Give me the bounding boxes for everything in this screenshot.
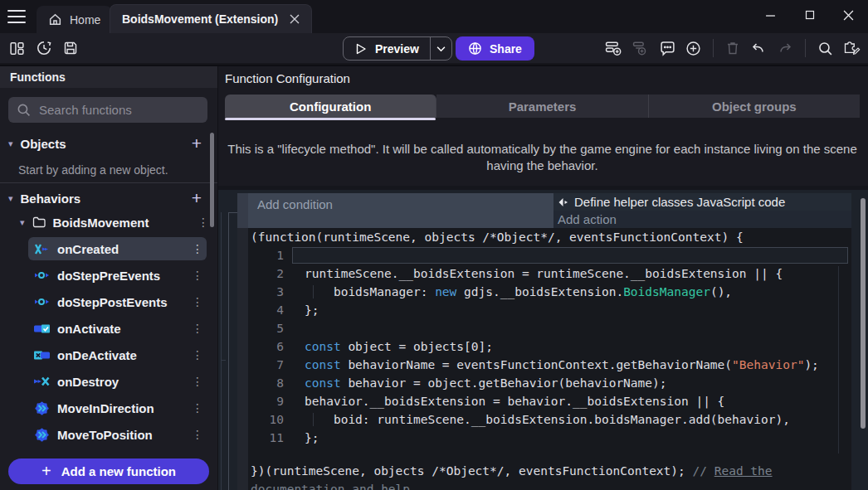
sidebar-scrollbar[interactable] xyxy=(210,133,214,227)
code-line: 1 xyxy=(248,246,851,264)
functions-sidebar: Functions Search functions ▾ Objects + S… xyxy=(0,66,217,490)
event-drag-handle[interactable] xyxy=(237,193,248,228)
function-item-ondestroy[interactable]: onDestroy⋮ xyxy=(28,370,207,393)
project-manager-icon[interactable] xyxy=(9,41,25,56)
line-number: 4 xyxy=(248,301,284,319)
function-item-ondeactivate[interactable]: onDeActivate⋮ xyxy=(28,343,207,366)
minimize-button[interactable] xyxy=(751,0,790,30)
close-window-button[interactable] xyxy=(829,0,868,30)
kebab-menu-icon[interactable]: ⋮ xyxy=(192,295,202,308)
preview-dropdown-button[interactable] xyxy=(430,37,451,60)
code-edit-boundary xyxy=(838,266,839,454)
kebab-menu-icon[interactable]: ⋮ xyxy=(192,428,202,441)
play-icon xyxy=(354,42,368,56)
content: Functions Search functions ▾ Objects + S… xyxy=(0,65,868,490)
app-window: Home BoidsMovement (Extension) Preview xyxy=(0,0,868,490)
tab-configuration[interactable]: Configuration xyxy=(225,95,436,118)
add-subevent-icon[interactable] xyxy=(632,41,650,56)
code-line: 4}; xyxy=(248,301,851,319)
js-event-title: Define helper classes JavaScript code xyxy=(574,195,785,209)
function-item-movetoposition[interactable]: MoveToPosition⋮ xyxy=(28,423,207,446)
line-number: 1 xyxy=(248,246,284,264)
line-number: 6 xyxy=(248,337,284,356)
on-created-icon xyxy=(33,242,50,255)
selected-code-line[interactable] xyxy=(292,247,848,264)
function-label: onDeActivate xyxy=(57,348,184,362)
delete-icon[interactable] xyxy=(725,41,740,56)
event-indent-guide xyxy=(228,212,229,490)
function-label: MoveInDirection xyxy=(57,401,184,415)
plus-icon: + xyxy=(41,462,51,481)
search-events-icon[interactable] xyxy=(817,41,833,56)
kebab-menu-icon[interactable]: ⋮ xyxy=(192,269,202,282)
kebab-menu-icon[interactable]: ⋮ xyxy=(192,242,202,255)
line-number: 3 xyxy=(248,283,284,301)
js-event-title-row[interactable]: Define helper classes JavaScript code xyxy=(553,193,851,211)
function-item-oncreated[interactable]: onCreated⋮ xyxy=(28,237,207,260)
step-events-icon xyxy=(33,269,50,282)
js-code-editor[interactable]: (function(runtimeScene, objects /*Object… xyxy=(248,228,851,490)
tab-boidsmovement[interactable]: BoidsMovement (Extension) xyxy=(110,4,312,33)
home-tab-label: Home xyxy=(70,13,100,27)
lifecycle-description: This is a "lifecycle method". It will be… xyxy=(225,141,860,174)
event-drag-handle[interactable] xyxy=(237,228,248,490)
function-label: MoveToPosition xyxy=(57,428,184,442)
function-label: doStepPreEvents xyxy=(57,269,184,283)
tab-object-groups[interactable]: Object groups xyxy=(649,95,860,118)
function-item-dosteppostevents[interactable]: doStepPostEvents⋮ xyxy=(28,290,207,313)
add-circle-icon[interactable] xyxy=(685,41,701,56)
line-number: 10 xyxy=(248,410,284,429)
kebab-menu-icon[interactable]: ⋮ xyxy=(192,348,202,361)
save-icon[interactable] xyxy=(63,41,78,56)
code-line: 2runtimeScene.__boidsExtension = runtime… xyxy=(248,264,851,283)
preview-button[interactable]: Preview xyxy=(344,37,430,60)
edit-extension-icon[interactable] xyxy=(843,40,861,56)
function-item-onactivate[interactable]: onActivate⋮ xyxy=(28,317,207,340)
history-icon[interactable] xyxy=(36,40,52,56)
kebab-menu-icon[interactable]: ⋮ xyxy=(192,375,202,388)
kebab-menu-icon[interactable]: ⋮ xyxy=(192,401,202,415)
events-scrollbar[interactable] xyxy=(861,198,866,429)
gear-icon xyxy=(33,428,50,441)
function-label: onCreated xyxy=(57,242,184,256)
line-number: 8 xyxy=(248,374,284,392)
add-action-button[interactable]: Add action xyxy=(553,211,851,228)
main-panel: Function Configuration Configuration Par… xyxy=(217,66,868,490)
line-number: 11 xyxy=(248,429,284,447)
close-tab-icon[interactable] xyxy=(290,14,300,24)
event-indent-guide xyxy=(228,212,237,213)
share-button[interactable]: Share xyxy=(456,36,534,61)
add-condition-button[interactable]: Add condition xyxy=(248,193,553,228)
function-list: onCreated⋮doStepPreEvents⋮doStepPostEven… xyxy=(0,66,217,490)
code-line: 6const object = objects[0]; xyxy=(248,337,851,356)
function-label: onActivate xyxy=(57,322,184,336)
code-footer: })(runtimeScene, objects /*Object*/, eve… xyxy=(248,462,851,490)
tab-parameters[interactable]: Parameters xyxy=(436,95,648,118)
function-item-dosteppreevents[interactable]: doStepPreEvents⋮ xyxy=(28,264,207,287)
menu-icon[interactable] xyxy=(7,10,26,23)
add-function-button[interactable]: + Add a new function xyxy=(8,458,209,484)
js-code-icon xyxy=(558,197,570,207)
js-code-event: Add condition Define helper classes Java… xyxy=(248,193,851,490)
titlebar: Home BoidsMovement (Extension) xyxy=(0,0,868,33)
active-tab-label: BoidsMovement (Extension) xyxy=(122,12,278,26)
config-tabs: Configuration Parameters Object groups xyxy=(225,95,860,118)
redo-icon[interactable] xyxy=(777,41,793,56)
tab-home[interactable]: Home xyxy=(37,6,112,33)
line-number: 7 xyxy=(248,356,284,374)
share-label: Share xyxy=(490,42,522,56)
add-comment-icon[interactable] xyxy=(660,41,675,56)
on-activate-icon xyxy=(33,322,50,335)
function-item-moveindirection[interactable]: MoveInDirection⋮ xyxy=(28,396,207,420)
add-event-icon[interactable] xyxy=(605,41,622,56)
page-title: Function Configuration xyxy=(225,71,350,85)
undo-icon[interactable] xyxy=(750,41,767,56)
function-label: onDestroy xyxy=(57,375,184,389)
code-line: 7const behaviorName = eventsFunctionCont… xyxy=(248,356,851,374)
window-controls xyxy=(751,0,868,30)
line-number: 2 xyxy=(248,264,284,283)
kebab-menu-icon[interactable]: ⋮ xyxy=(192,322,202,335)
maximize-button[interactable] xyxy=(790,0,829,30)
events-sheet: Add condition Define helper classes Java… xyxy=(218,186,868,490)
preview-button-group: Preview xyxy=(343,36,452,61)
